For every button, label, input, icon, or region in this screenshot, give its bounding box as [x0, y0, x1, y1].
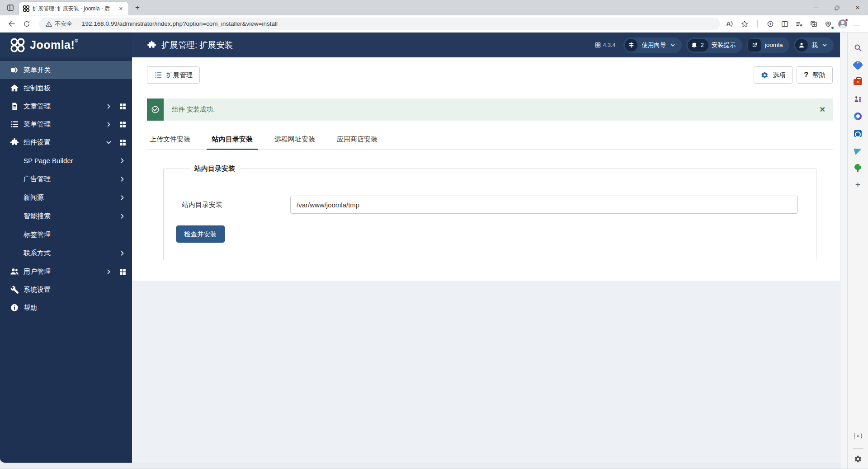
customize-sidebar-icon[interactable]: +	[850, 177, 866, 192]
help-button[interactable]: ? 帮助	[797, 66, 833, 84]
profile-avatar[interactable]	[836, 18, 849, 30]
url-bar[interactable]: 不安全 192.168.0.99/administrator/index.php…	[39, 18, 720, 30]
favorites-star-icon[interactable]	[738, 18, 751, 30]
dashboard-grid-icon[interactable]	[119, 139, 127, 146]
chevron-down-icon	[105, 139, 112, 146]
toolbar-divider	[757, 20, 758, 28]
folder-path-label: 站内目录安装	[176, 201, 290, 209]
tab-install-from-web[interactable]: 应用商店安装	[334, 130, 380, 149]
tab-install-from-url[interactable]: 远程网址安装	[272, 130, 318, 149]
microsoft-365-icon[interactable]	[850, 108, 866, 124]
preview-site-button[interactable]: joomla	[747, 38, 789, 53]
site-security-chip[interactable]: 不安全	[45, 20, 72, 28]
tab-upload-package[interactable]: 上传文件安装	[147, 130, 193, 149]
grow-tree-icon[interactable]	[850, 160, 866, 175]
page-toolbar: 扩展管理 选项 ? 帮助	[147, 66, 833, 84]
joomla-logo-icon	[10, 38, 25, 53]
joomla-version: 4.3.4	[595, 42, 616, 48]
web-capture-icon[interactable]: ✕	[850, 428, 866, 444]
sidebar-item-control-panel[interactable]: 控制面板	[0, 79, 132, 97]
sidebar-subitem-contacts[interactable]: 联系方式	[0, 244, 132, 263]
profile-notification-dot	[845, 19, 848, 22]
omnibox-divider	[77, 20, 77, 28]
refresh-icon[interactable]	[20, 17, 33, 31]
tab-close-icon[interactable]: ✕	[117, 5, 125, 13]
tab-duplicate-icon[interactable]	[807, 18, 820, 30]
window-restore-button[interactable]	[826, 0, 847, 15]
sidebar-item-articles[interactable]: 文章管理	[0, 97, 132, 115]
sidebar-subitem-newsfeeds[interactable]: 新闻源	[0, 188, 132, 207]
read-aloud-icon[interactable]: A	[724, 18, 736, 30]
install-from-folder-panel: 站内目录安装 站内目录安装 检查并安装	[163, 164, 816, 260]
sidebar-item-menus[interactable]: 菜单管理	[0, 115, 132, 133]
browser-essentials-icon[interactable]	[822, 18, 835, 30]
page-footer-strip	[0, 463, 840, 469]
options-button[interactable]: 选项	[754, 66, 793, 84]
copilot-icon[interactable]	[764, 18, 777, 30]
games-icon[interactable]	[850, 91, 866, 107]
toggle-icon	[9, 65, 20, 75]
url-text: 192.168.0.99/administrator/index.php?opt…	[82, 20, 278, 27]
window-minimize-button[interactable]: —	[806, 0, 826, 15]
sidebar-settings-gear-icon[interactable]	[850, 451, 866, 467]
shopping-icon[interactable]	[850, 57, 866, 72]
users-icon	[9, 266, 20, 277]
outlook-icon[interactable]	[850, 126, 866, 141]
tools-icon[interactable]	[850, 74, 866, 89]
chevron-right-icon	[105, 103, 112, 110]
joomla-favicon-icon	[23, 5, 30, 12]
chevron-right-icon	[105, 268, 112, 275]
success-alert: 组件 安装成功. ✕	[147, 98, 833, 121]
sidebar-subitem-tags[interactable]: 标签管理	[0, 225, 132, 244]
page-scrollbar[interactable]	[840, 33, 847, 469]
drop-icon[interactable]	[850, 143, 866, 158]
list-icon	[154, 71, 162, 79]
back-icon[interactable]	[5, 17, 18, 31]
more-menu-icon[interactable]: …	[851, 18, 863, 30]
check-and-install-button[interactable]: 检查并安装	[176, 225, 225, 243]
sidebar-item-menu-toggle[interactable]: 菜单开关	[0, 61, 132, 79]
sidebar-item-system[interactable]: 系统设置	[0, 281, 132, 299]
tab-install-from-folder[interactable]: 站内目录安装	[209, 130, 255, 149]
panel-legend: 站内目录安装	[190, 164, 240, 173]
dashboard-grid-icon[interactable]	[119, 121, 127, 128]
dashboard-grid-icon[interactable]	[119, 268, 127, 276]
tab-title: 扩展管理: 扩展安装 - joomla - 后	[33, 5, 114, 13]
chevron-right-icon	[105, 121, 112, 128]
essentials-status-dot	[831, 26, 834, 29]
dashboard-grid-icon[interactable]	[119, 103, 127, 110]
user-menu-button[interactable]: 我	[794, 38, 834, 53]
edge-sidebar: + ✕	[847, 33, 868, 469]
guided-tour-button[interactable]: 使用向导	[623, 38, 682, 53]
sidebar-item-users[interactable]: 用户管理	[0, 263, 132, 281]
joomla-version-icon	[595, 42, 601, 48]
alert-close-icon[interactable]: ✕	[812, 98, 833, 121]
joomla-logo: Joomla!®	[0, 33, 132, 57]
chevron-down-icon	[822, 42, 827, 48]
home-icon	[9, 83, 20, 94]
tab-actions-menu-icon[interactable]	[4, 2, 17, 14]
sidebar-subitem-banners[interactable]: 广告管理	[0, 170, 132, 188]
folder-path-input[interactable]	[290, 196, 798, 214]
browser-tab[interactable]: 扩展管理: 扩展安装 - joomla - 后 ✕	[19, 2, 128, 15]
sidebar-subitem-smart-search[interactable]: 智能搜索	[0, 207, 132, 225]
chevron-right-icon	[118, 250, 126, 257]
notifications-button[interactable]: 2 安装提示	[686, 38, 742, 53]
admin-header: 扩展管理: 扩展安装 4.3.4 使用向导	[132, 33, 840, 57]
sidebar-item-components[interactable]: 组件设置	[0, 133, 132, 151]
signpost-icon	[625, 39, 637, 52]
security-label: 不安全	[55, 20, 72, 28]
chevron-right-icon	[118, 194, 126, 202]
menu-list-icon	[9, 119, 20, 130]
info-icon	[9, 302, 20, 313]
extension-manager-button[interactable]: 扩展管理	[147, 66, 200, 84]
window-close-button[interactable]: ✕	[847, 0, 868, 15]
collections-icon[interactable]	[793, 18, 806, 30]
browser-tab-bar: 扩展管理: 扩展安装 - joomla - 后 ✕ + — ✕	[0, 0, 868, 15]
page-title: 扩展管理: 扩展安装	[147, 39, 233, 51]
split-screen-icon[interactable]	[778, 18, 791, 30]
new-tab-button[interactable]: +	[131, 2, 144, 14]
search-icon[interactable]	[850, 40, 866, 55]
sidebar-item-help[interactable]: 帮助	[0, 299, 132, 317]
sidebar-subitem-sp-page-builder[interactable]: SP Page Builder	[0, 151, 132, 170]
